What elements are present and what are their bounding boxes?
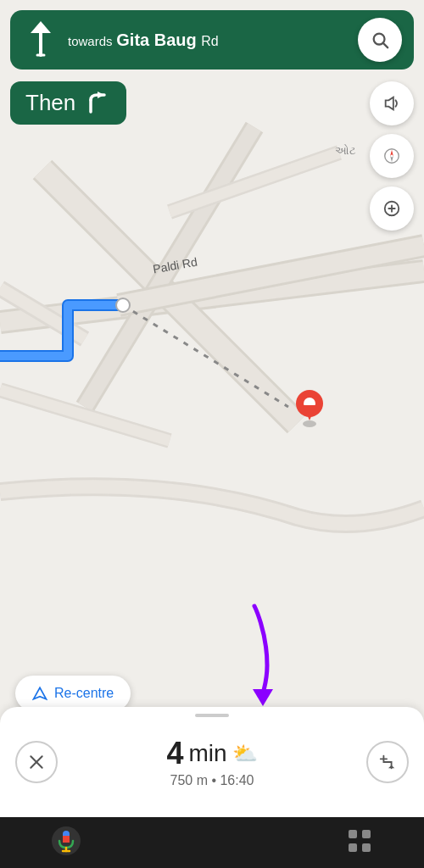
route-options-icon	[378, 753, 397, 771]
direction-arrow-icon	[22, 17, 59, 63]
eta-info: 4 min ⛅ 750 m • 16:40	[58, 736, 366, 788]
turn-right-icon	[84, 92, 111, 115]
weather-icon: ⛅	[232, 742, 258, 765]
svg-rect-49	[362, 843, 371, 852]
recentre-button[interactable]: Re-centre	[15, 676, 131, 711]
bottom-nav-bar	[0, 817, 424, 868]
right-buttons-panel	[370, 81, 414, 231]
then-label: Then	[25, 90, 75, 116]
svg-rect-48	[349, 843, 357, 852]
search-button[interactable]	[358, 18, 402, 62]
navigation-icon	[32, 686, 47, 701]
svg-rect-47	[362, 830, 371, 838]
svg-marker-27	[98, 92, 104, 98]
then-banner[interactable]: Then	[10, 81, 126, 125]
svg-point-16	[116, 298, 130, 312]
recentre-label: Re-centre	[54, 686, 114, 701]
navigation-header: towards Gita Baug Rd	[10, 10, 414, 70]
eta-unit: min	[188, 740, 226, 767]
eta-details: 750 m • 16:40	[58, 773, 366, 788]
close-navigation-button[interactable]	[15, 741, 58, 783]
compass-button[interactable]	[370, 134, 414, 178]
svg-marker-30	[390, 150, 393, 156]
svg-marker-31	[390, 156, 393, 162]
volume-button[interactable]	[370, 81, 414, 125]
svg-line-25	[383, 43, 388, 47]
svg-point-17	[303, 420, 316, 427]
apps-button[interactable]	[346, 827, 373, 858]
svg-marker-28	[386, 97, 393, 110]
microphone-button[interactable]	[51, 826, 81, 860]
eta-minutes: 4	[166, 736, 183, 771]
nav-direction-text: towards Gita Baug Rd	[59, 29, 358, 51]
svg-marker-39	[388, 765, 394, 769]
svg-rect-46	[349, 830, 357, 838]
svg-rect-43	[63, 836, 70, 843]
svg-marker-22	[31, 21, 51, 33]
handle-bar	[195, 714, 229, 717]
gujarati-label: ઓટ	[335, 144, 356, 158]
bottom-eta-panel: 4 min ⛅ 750 m • 16:40	[0, 707, 424, 817]
svg-marker-35	[34, 687, 47, 699]
route-options-button[interactable]	[366, 741, 409, 783]
report-button[interactable]	[370, 186, 414, 231]
